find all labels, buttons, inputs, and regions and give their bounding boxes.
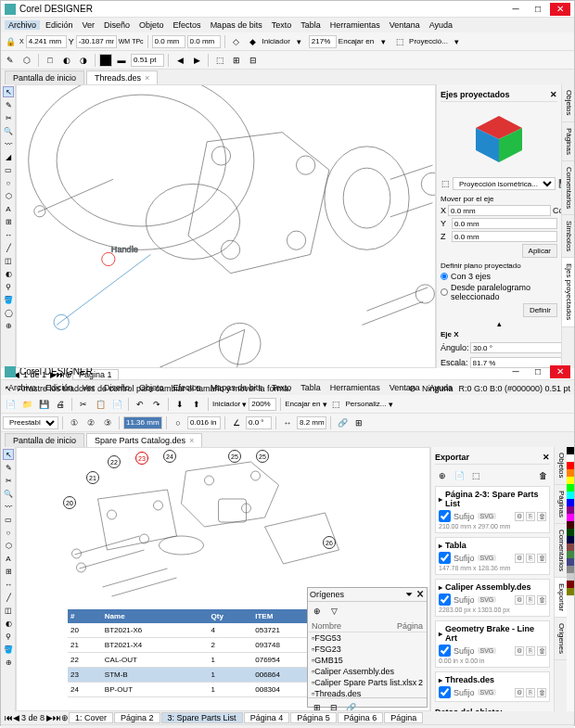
dup-icon[interactable]: ⎘	[526, 595, 535, 605]
callout-22[interactable]: 22	[108, 455, 121, 468]
new-icon[interactable]: 📄	[3, 397, 18, 412]
tab2-inicio[interactable]: Pantalla de inicio	[5, 433, 84, 447]
dimension-tool[interactable]: ↔	[3, 229, 14, 240]
callout-23[interactable]: 23	[135, 452, 148, 465]
connector-tool-2[interactable]: ╱	[3, 592, 14, 603]
dup-icon[interactable]: ⎘	[526, 512, 535, 521]
minimize-button-2[interactable]: ─	[505, 365, 526, 378]
menu-diseno[interactable]: Diseño	[100, 20, 134, 30]
maximize-button-2[interactable]: □	[528, 365, 548, 378]
sidetab-objetos[interactable]: Objetos	[562, 84, 574, 122]
callout-24[interactable]: 24	[163, 450, 176, 463]
callout-25a[interactable]: 25	[228, 450, 241, 463]
page2-prev-icon[interactable]: ◀	[13, 713, 19, 722]
page2-first-icon[interactable]: ⏮	[5, 713, 13, 722]
menu2-diseno[interactable]: Diseño	[100, 383, 134, 392]
exp-tabla-check[interactable]	[439, 552, 451, 564]
eyedrop-tool[interactable]: ⚲	[3, 281, 14, 292]
tab-inicio[interactable]: Pantalla de inicio	[5, 70, 84, 84]
palette-swatch[interactable]	[567, 566, 574, 573]
orig-filter-icon[interactable]: ▽	[326, 604, 341, 619]
callout-20[interactable]: 20	[63, 496, 76, 509]
copy-icon[interactable]: 📋	[93, 397, 108, 412]
minimize-button[interactable]: ─	[505, 3, 526, 16]
x-input[interactable]	[448, 205, 551, 216]
palette-swatch[interactable]	[567, 521, 574, 529]
canvas-1[interactable]: Handle	[16, 84, 436, 368]
menu2-herramientas[interactable]: Herramientas	[326, 383, 384, 392]
link-icon[interactable]: 🔗	[335, 415, 350, 430]
tab-threads[interactable]: Threads.des×	[86, 70, 158, 84]
open-icon[interactable]: 📁	[19, 397, 34, 412]
style2-icon[interactable]: ◐	[59, 53, 74, 68]
opt3-icon[interactable]: ⊟	[246, 53, 261, 68]
cube2-icon[interactable]: ⬚	[329, 397, 344, 412]
sidetab2-objetos[interactable]: Objetos	[555, 447, 567, 485]
projection-select[interactable]: Proyección isométrica...	[453, 177, 556, 190]
menu2-ventana[interactable]: Ventana	[386, 383, 424, 392]
crop-tool[interactable]: ✂	[3, 112, 14, 123]
del-icon[interactable]: 🗑	[537, 595, 546, 605]
zoom2b-input[interactable]	[187, 416, 221, 429]
menu-ver[interactable]: Ver	[79, 20, 99, 30]
blue-width-input[interactable]	[123, 416, 162, 429]
gear-icon[interactable]: ⚙	[515, 554, 524, 563]
orig-b1-icon[interactable]: ⊞	[310, 700, 325, 711]
fill-tool-2[interactable]: 🪣	[3, 644, 14, 655]
menu2-mapas[interactable]: Mapas de bits	[207, 383, 266, 392]
orig-b2-icon[interactable]: ⊟	[326, 700, 341, 711]
iniciador-label[interactable]: Iniciador	[262, 37, 290, 45]
dup-icon[interactable]: ⎘	[526, 688, 535, 697]
more-tool-2[interactable]: ⊕	[3, 657, 14, 668]
pick-tool[interactable]: ↖	[3, 86, 14, 97]
gear-icon[interactable]: ⚙	[515, 512, 524, 521]
menu-efectos[interactable]: Efectos	[170, 20, 205, 30]
export-icon[interactable]: ⬆	[189, 397, 204, 412]
save-icon[interactable]: 💾	[36, 397, 51, 412]
style1-icon[interactable]: □	[43, 53, 58, 68]
page-tab-3[interactable]: 3: Spare Parts List	[161, 712, 243, 723]
palette-swatch[interactable]	[567, 492, 574, 499]
shape-tool-2[interactable]: ✎	[3, 462, 14, 473]
print-icon[interactable]: 🖨	[53, 397, 68, 412]
palette-swatch[interactable]	[567, 536, 574, 543]
menu2-objeto[interactable]: Objeto	[135, 383, 168, 392]
freehand-tool[interactable]: 〰	[3, 138, 14, 149]
callout-25b[interactable]: 25	[256, 450, 269, 463]
menu-edicion[interactable]: Edición	[42, 20, 77, 30]
dropdown3-icon[interactable]: ▾	[450, 34, 465, 49]
menu-texto[interactable]: Texto	[268, 20, 296, 30]
exp-page-check[interactable]	[439, 510, 451, 522]
gear-icon[interactable]: ⚙	[515, 646, 524, 656]
encajar-label[interactable]: Encajar en	[339, 37, 374, 45]
shape-tool[interactable]: ✎	[3, 99, 14, 110]
arrow-end-icon[interactable]: ▶	[189, 53, 204, 68]
menu-ayuda[interactable]: Ayuda	[426, 20, 456, 30]
maximize-button[interactable]: □	[528, 3, 548, 16]
exp-sel-icon[interactable]: ⬚	[468, 468, 483, 483]
origenes-pin-icon[interactable]: ⏷ ✕	[405, 590, 425, 599]
sidetab2-comentarios[interactable]: Comentarios	[555, 524, 567, 578]
palette-swatch[interactable]	[567, 469, 574, 477]
height-input[interactable]	[187, 35, 221, 48]
more-tool[interactable]: ⊕	[3, 320, 14, 331]
coord-y-input[interactable]	[76, 35, 117, 48]
exp-add-icon[interactable]: ⊕	[435, 468, 450, 483]
orig-add-icon[interactable]: ⊕	[310, 604, 325, 619]
del-icon[interactable]: 🗑	[537, 688, 546, 697]
callout-26[interactable]: 26	[323, 536, 336, 549]
close-button-2[interactable]: ✕	[550, 365, 570, 378]
callout3-icon[interactable]: ③	[100, 415, 115, 430]
dropdown-icon[interactable]: ▾	[292, 34, 307, 49]
connector-tool[interactable]: ╱	[3, 242, 14, 253]
sidetab-comentarios[interactable]: Comentarios	[562, 161, 574, 215]
arrow-start-icon[interactable]: ◀	[172, 53, 187, 68]
menu2-efectos[interactable]: Efectos	[170, 383, 205, 392]
text-tool[interactable]: A	[3, 203, 14, 214]
palette-swatch[interactable]	[567, 499, 574, 506]
coord-x-input[interactable]	[26, 35, 67, 48]
tab2-close-icon[interactable]: ×	[189, 436, 194, 445]
zoom2-input[interactable]	[249, 398, 276, 411]
iniciador2-label[interactable]: Iniciador	[212, 400, 240, 408]
palette-swatch[interactable]	[567, 529, 574, 536]
